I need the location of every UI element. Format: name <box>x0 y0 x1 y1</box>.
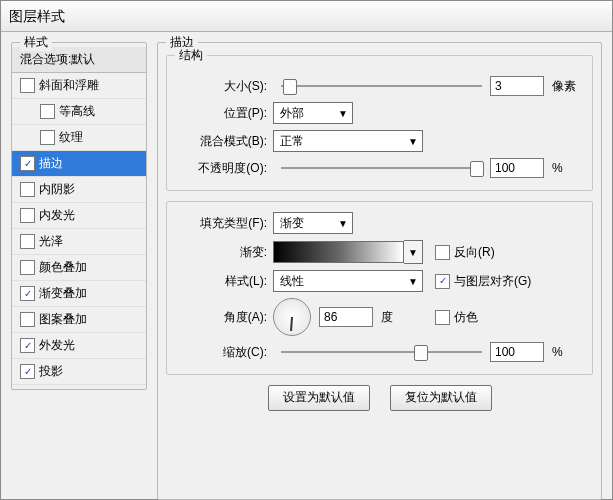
style-item-label: 颜色叠加 <box>39 259 87 276</box>
size-label: 大小(S): <box>177 78 273 95</box>
position-value: 外部 <box>280 105 304 122</box>
style-item-label: 纹理 <box>59 129 83 146</box>
checkbox-icon <box>20 312 35 327</box>
opacity-unit: % <box>552 161 582 175</box>
size-unit: 像素 <box>552 78 582 95</box>
style-item[interactable]: 内发光 <box>12 203 146 229</box>
style-value: 线性 <box>280 273 304 290</box>
blendmode-label: 混合模式(B): <box>177 133 273 150</box>
opacity-input[interactable]: 100 <box>490 158 544 178</box>
checkbox-icon <box>435 274 450 289</box>
window-title: 图层样式 <box>1 1 612 32</box>
checkbox-icon <box>435 310 450 325</box>
filltype-value: 渐变 <box>280 215 304 232</box>
angle-input[interactable]: 86 <box>319 307 373 327</box>
blendmode-value: 正常 <box>280 133 304 150</box>
chevron-down-icon: ▼ <box>408 247 418 258</box>
checkbox-icon <box>20 78 35 93</box>
checkbox-icon <box>40 104 55 119</box>
angle-unit: 度 <box>381 309 411 326</box>
angle-dial[interactable] <box>273 298 311 336</box>
style-item[interactable]: 纹理 <box>12 125 146 151</box>
style-combo[interactable]: 线性 ▼ <box>273 270 423 292</box>
structure-legend: 结构 <box>175 47 207 64</box>
filltype-label: 填充类型(F): <box>177 215 273 232</box>
style-item-label: 描边 <box>39 155 63 172</box>
align-label: 与图层对齐(G) <box>454 273 531 290</box>
position-combo[interactable]: 外部 ▼ <box>273 102 353 124</box>
scale-unit: % <box>552 345 582 359</box>
style-item[interactable]: 颜色叠加 <box>12 255 146 281</box>
style-item[interactable]: 等高线 <box>12 99 146 125</box>
gradient-label: 渐变: <box>177 244 273 261</box>
style-item-label: 投影 <box>39 363 63 380</box>
reverse-label: 反向(R) <box>454 244 495 261</box>
checkbox-icon <box>435 245 450 260</box>
checkbox-icon <box>20 338 35 353</box>
opacity-label: 不透明度(O): <box>177 160 273 177</box>
style-item-label: 图案叠加 <box>39 311 87 328</box>
style-item-label: 内阴影 <box>39 181 75 198</box>
style-item[interactable]: 光泽 <box>12 229 146 255</box>
checkbox-icon <box>20 234 35 249</box>
filltype-combo[interactable]: 渐变 ▼ <box>273 212 353 234</box>
chevron-down-icon: ▼ <box>338 108 348 119</box>
structure-group: 结构 大小(S): 3 像素 位置(P): 外部 ▼ <box>166 55 593 191</box>
checkbox-icon <box>40 130 55 145</box>
checkbox-icon <box>20 260 35 275</box>
style-item-label: 斜面和浮雕 <box>39 77 99 94</box>
align-checkbox[interactable]: 与图层对齐(G) <box>435 273 531 290</box>
chevron-down-icon: ▼ <box>408 276 418 287</box>
chevron-down-icon: ▼ <box>408 136 418 147</box>
style-item[interactable]: 内阴影 <box>12 177 146 203</box>
style-item[interactable]: 图案叠加 <box>12 307 146 333</box>
styles-panel: 样式 混合选项:默认 斜面和浮雕等高线纹理描边内阴影内发光光泽颜色叠加渐变叠加图… <box>11 42 147 390</box>
reverse-checkbox[interactable]: 反向(R) <box>435 244 495 261</box>
chevron-down-icon: ▼ <box>338 218 348 229</box>
scale-input[interactable]: 100 <box>490 342 544 362</box>
size-slider[interactable] <box>281 77 482 95</box>
style-item-label: 内发光 <box>39 207 75 224</box>
checkbox-icon <box>20 156 35 171</box>
reset-default-button[interactable]: 复位为默认值 <box>390 385 492 411</box>
stroke-panel: 描边 结构 大小(S): 3 像素 位置(P): 外部 ▼ <box>157 42 602 500</box>
style-item-label: 等高线 <box>59 103 95 120</box>
style-item-label: 渐变叠加 <box>39 285 87 302</box>
gradient-picker-button[interactable]: ▼ <box>404 240 423 264</box>
checkbox-icon <box>20 286 35 301</box>
dither-label: 仿色 <box>454 309 478 326</box>
position-label: 位置(P): <box>177 105 273 122</box>
dither-checkbox[interactable]: 仿色 <box>435 309 478 326</box>
checkbox-icon <box>20 364 35 379</box>
make-default-button[interactable]: 设置为默认值 <box>268 385 370 411</box>
size-input[interactable]: 3 <box>490 76 544 96</box>
style-item[interactable]: 描边 <box>12 151 146 177</box>
style-item[interactable]: 渐变叠加 <box>12 281 146 307</box>
style-item[interactable]: 投影 <box>12 359 146 385</box>
styles-heading: 样式 <box>20 34 52 51</box>
style-item-label: 光泽 <box>39 233 63 250</box>
opacity-slider[interactable] <box>281 159 482 177</box>
scale-slider[interactable] <box>281 343 482 361</box>
angle-label: 角度(A): <box>177 309 273 326</box>
blend-options-label: 混合选项:默认 <box>20 51 95 68</box>
fill-group: 填充类型(F): 渐变 ▼ 渐变: ▼ <box>166 201 593 375</box>
scale-label: 缩放(C): <box>177 344 273 361</box>
style-label: 样式(L): <box>177 273 273 290</box>
checkbox-icon <box>20 208 35 223</box>
style-item-label: 外发光 <box>39 337 75 354</box>
style-item[interactable]: 外发光 <box>12 333 146 359</box>
gradient-preview[interactable] <box>273 241 404 263</box>
checkbox-icon <box>20 182 35 197</box>
style-item[interactable]: 斜面和浮雕 <box>12 73 146 99</box>
blendmode-combo[interactable]: 正常 ▼ <box>273 130 423 152</box>
